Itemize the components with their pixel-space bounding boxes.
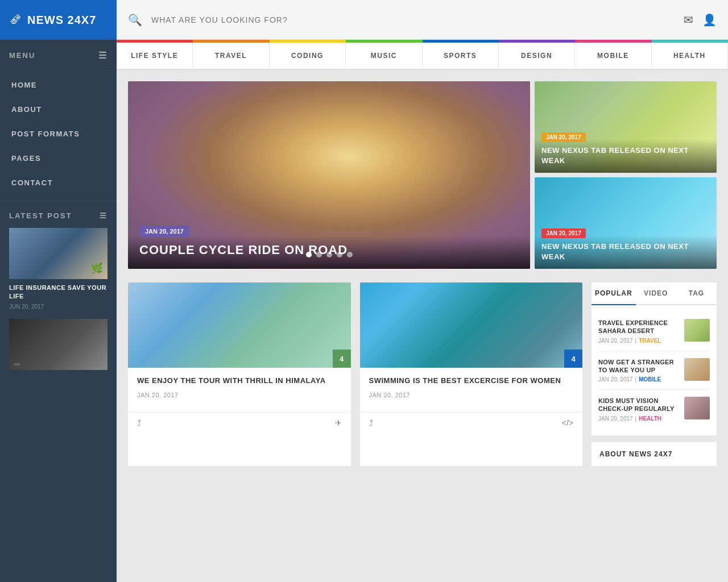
sidebar-item-about[interactable]: ABOUT [0, 97, 117, 122]
latest-menu-icon: ☰ [100, 211, 107, 220]
hamburger-icon[interactable]: ☰ [98, 50, 107, 61]
tab-coding[interactable]: CODING [270, 43, 346, 69]
widget-post-title-1: TRAVEL EXPERIENCE SAHARA DESERT [598, 319, 679, 335]
about-title: ABOUT NEWS 24X7 [599, 450, 709, 458]
article-body-1: WE ENJOY THE TOUR WITH THRILL IN HIMALAY… [128, 368, 351, 412]
widget-post-1[interactable]: TRAVEL EXPERIENCE SAHARA DESERT JAN 20, … [598, 312, 710, 351]
sidebar-widget: POPULAR VIDEO TAG TRAVEL EXPERIENCE SAHA… [592, 282, 717, 466]
menu-text: MENU [9, 51, 35, 60]
tab-sports[interactable]: SPORTS [423, 43, 499, 69]
nav-tabs: LIFE STYLE TRAVEL CODING MUSIC SPORTS DE… [117, 43, 728, 70]
article-date-2: JAN 20, 2017 [369, 392, 574, 398]
main-content: 🔍 ✉ 👤 LIFE STYLE TRAVEL CODING MUSIC SPO… [117, 0, 728, 582]
hero-dots [306, 252, 353, 257]
tab-mobile[interactable]: MOBILE [575, 43, 651, 69]
article-card-1: 4 WE ENJOY THE TOUR WITH THRILL IN HIMAL… [128, 282, 351, 466]
widget-tabs: POPULAR VIDEO TAG [592, 282, 717, 305]
share-icon-1[interactable]: ⤴ [137, 418, 141, 427]
widget-post-info-3: KIDS MUST VISION CHECK-UP REGULARLY JAN … [598, 397, 679, 422]
widget-thumb-img-1 [684, 319, 710, 342]
hero-dot-5[interactable] [347, 252, 353, 257]
article-date-1: JAN 20, 2017 [137, 392, 342, 398]
widget-post-2[interactable]: NOW GET A STRANGER TO WAKE YOU UP JAN 20… [598, 351, 710, 390]
widget-content: TRAVEL EXPERIENCE SAHARA DESERT JAN 20, … [592, 305, 717, 435]
article-comment-count-1: 4 [333, 350, 351, 368]
hero-side-title-2: NEW NEXUS TAB RELEASED ON NEXT WEAK [541, 242, 710, 262]
latest-post-text: LATEST POST [9, 211, 72, 220]
brand-title: NEWS 24X7 [27, 14, 96, 27]
hero-dot-2[interactable] [316, 252, 322, 257]
tab-music[interactable]: MUSIC [346, 43, 422, 69]
search-input[interactable] [151, 15, 675, 24]
widget-post-title-2: NOW GET A STRANGER TO WAKE YOU UP [598, 358, 679, 375]
widget-post-meta-3: JAN 20, 2017 | HEALTH [598, 415, 679, 422]
user-icon[interactable]: 👤 [702, 13, 717, 27]
tab-travel[interactable]: TRAVEL [193, 43, 269, 69]
article-comment-count-2: 4 [564, 350, 582, 368]
article-footer-2: ⤴ </> [360, 412, 583, 433]
share-icon-2[interactable]: ⤴ [369, 418, 373, 427]
tab-health[interactable]: HEALTH [652, 43, 728, 69]
code-icon [14, 363, 20, 365]
sidebar: 🗞 NEWS 24X7 MENU ☰ HOME ABOUT POST FORMA… [0, 0, 117, 582]
sidebar-menu-section: MENU ☰ [0, 40, 117, 67]
widget-thumb-img-2 [684, 358, 710, 381]
hero-main-slide[interactable]: JAN 20, 2017 COUPLE CYCLE RIDE ON ROAD [128, 81, 530, 269]
hero-side-card-1[interactable]: JAN 20, 2017 NEW NEXUS TAB RELEASED ON N… [535, 81, 717, 173]
sidebar-nav: HOME ABOUT POST FORMATS PAGES CONTACT [0, 67, 117, 201]
widget-post-tag-2: MOBILE [639, 376, 661, 383]
hero-side-date-1: JAN 20, 2017 [541, 132, 586, 142]
widget-post-title-3: KIDS MUST VISION CHECK-UP REGULARLY [598, 397, 679, 413]
newspaper-icon: 🗞 [9, 13, 22, 27]
article-body-2: SWIMMING IS THE BEST EXCERCISE FOR WOMEN… [360, 368, 583, 412]
widget-post-info-1: TRAVEL EXPERIENCE SAHARA DESERT JAN 20, … [598, 319, 679, 344]
tab-lifestyle[interactable]: LIFE STYLE [117, 43, 193, 69]
bookmark-icon-1[interactable]: ✈ [335, 418, 342, 427]
widget-post-3[interactable]: KIDS MUST VISION CHECK-UP REGULARLY JAN … [598, 390, 710, 429]
hero-side-card-1-overlay: JAN 20, 2017 NEW NEXUS TAB RELEASED ON N… [535, 124, 717, 173]
sidebar-post-item-2[interactable] [9, 319, 107, 370]
search-icon: 🔍 [128, 13, 142, 27]
article-title-2: SWIMMING IS THE BEST EXCERCISE FOR WOMEN [369, 376, 574, 386]
widget-post-date-2: JAN 20, 2017 [598, 376, 633, 383]
widget-post-tag-3: HEALTH [639, 415, 661, 422]
hero-dot-4[interactable] [337, 252, 342, 257]
leaf-icon: 🌿 [90, 262, 103, 275]
widget-post-date-1: JAN 20, 2017 [598, 338, 633, 344]
hero-date-badge: JAN 20, 2017 [139, 226, 189, 237]
sidebar-item-home[interactable]: HOME [0, 73, 117, 97]
widget-post-date-3: JAN 20, 2017 [598, 415, 633, 422]
sidebar-post-thumb-2 [9, 319, 107, 370]
sidebar-item-contact[interactable]: CONTACT [0, 171, 117, 195]
sidebar-latest-label: LATEST POST ☰ [9, 211, 107, 220]
widget-tab-popular[interactable]: POPULAR [592, 282, 636, 305]
hero-dot-3[interactable] [326, 252, 332, 257]
tab-design[interactable]: DESIGN [499, 43, 575, 69]
hero-side-date-2: JAN 20, 2017 [541, 228, 586, 238]
mail-icon[interactable]: ✉ [684, 13, 693, 27]
article-title-1: WE ENJOY THE TOUR WITH THRILL IN HIMALAY… [137, 376, 342, 386]
widget-tab-tag[interactable]: TAG [676, 282, 717, 305]
separator-3: | [635, 415, 637, 422]
widget-post-meta-1: JAN 20, 2017 | TRAVEL [598, 338, 679, 344]
sidebar-post-thumb-1: 🌿 [9, 228, 107, 279]
header: 🔍 ✉ 👤 [117, 0, 728, 40]
article-thumb-2: 4 [360, 282, 583, 368]
code-icon-2[interactable]: </> [562, 418, 573, 427]
articles-section: 4 WE ENJOY THE TOUR WITH THRILL IN HIMAL… [128, 282, 717, 466]
widget-tab-video[interactable]: VIDEO [636, 282, 676, 305]
sidebar-post-title-1: LIFE INSURANCE SAVE YOUR LIFE [9, 284, 107, 301]
sidebar-item-pages[interactable]: PAGES [0, 146, 117, 171]
sidebar-latest-section: LATEST POST ☰ 🌿 LIFE INSURANCE SAVE YOUR… [0, 201, 117, 385]
sidebar-post-item-1[interactable]: 🌿 LIFE INSURANCE SAVE YOUR LIFE JUN 20, … [9, 228, 107, 310]
hero-overlay: JAN 20, 2017 COUPLE CYCLE RIDE ON ROAD [128, 214, 530, 269]
about-section: ABOUT NEWS 24X7 [592, 442, 717, 466]
sidebar-item-post-formats[interactable]: POST FORMATS [0, 122, 117, 146]
hero-side-card-2[interactable]: JAN 20, 2017 NEW NEXUS TAB RELEASED ON N… [535, 177, 717, 269]
hero-section: JAN 20, 2017 COUPLE CYCLE RIDE ON ROAD J… [128, 81, 717, 269]
separator-1: | [635, 338, 637, 344]
article-thumb-1: 4 [128, 282, 351, 368]
hero-dot-1[interactable] [306, 252, 312, 257]
article-footer-1: ⤴ ✈ [128, 412, 351, 433]
sidebar-header: 🗞 NEWS 24X7 [0, 0, 117, 40]
